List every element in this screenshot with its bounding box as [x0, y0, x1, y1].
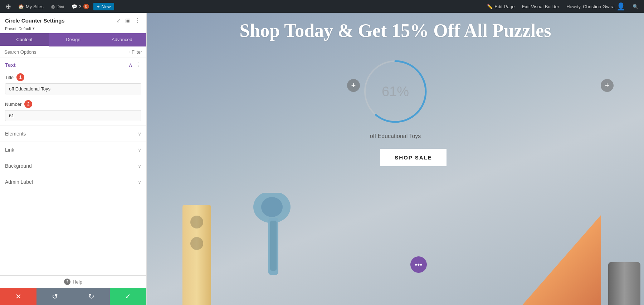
save-button[interactable]: ✓	[110, 288, 146, 305]
admin-label-section: Admin Label ∨	[0, 174, 146, 190]
tab-content[interactable]: Content	[0, 33, 49, 46]
preset-label: Preset: Default	[5, 26, 31, 31]
title-badge: 1	[16, 73, 24, 81]
admin-label-chevron-icon: ∨	[138, 179, 141, 185]
admin-bar: ⊕ 🏠 My Sites ◎ Divi 💬 3 0 + New ✏️ Edit …	[0, 0, 644, 13]
title-field-label: Title	[5, 75, 14, 80]
admin-label-section-header[interactable]: Admin Label ∨	[0, 174, 146, 190]
number-badge: 2	[24, 100, 32, 108]
undo-button[interactable]: ↺	[36, 288, 73, 305]
panel-tabs: Content Design Advanced	[0, 33, 146, 46]
toys-background	[147, 191, 644, 305]
wrench-svg	[250, 193, 322, 282]
settings-panel: Circle Counter Settings ⤢ ▣ ⋮ Preset: De…	[0, 13, 147, 305]
preset-chevron: ▾	[33, 26, 35, 31]
comments-badge: 0	[83, 4, 89, 9]
number-input[interactable]	[5, 110, 141, 121]
background-section-header[interactable]: Background ∨	[0, 158, 146, 174]
edit-page-btn[interactable]: ✏️ Edit Page	[484, 3, 517, 11]
new-content-btn[interactable]: + New	[93, 3, 114, 10]
more-options-button[interactable]: •••	[410, 256, 427, 273]
search-input[interactable]	[4, 49, 125, 55]
preview-heading: Shop Today & Get 15% Off All Puzzles	[147, 13, 644, 52]
panel-content: Text ∧ ⋮ Title 1 Number 2	[0, 58, 146, 275]
elements-section-title: Elements	[5, 131, 26, 137]
tab-advanced[interactable]: Advanced	[98, 33, 146, 46]
toy-wrench	[250, 193, 322, 284]
svg-point-3	[261, 197, 283, 217]
panel-header: Circle Counter Settings ⤢ ▣ ⋮ Preset: De…	[0, 13, 146, 33]
svg-rect-5	[270, 221, 277, 271]
link-section: Link ∨	[0, 142, 146, 158]
preview-area: Shop Today & Get 15% Off All Puzzles 61%…	[147, 13, 644, 305]
text-section-options-icon[interactable]: ⋮	[136, 62, 141, 68]
wp-icon[interactable]: ⊕	[3, 1, 14, 12]
add-section-btn-1[interactable]: +	[347, 79, 360, 92]
text-section-title: Text	[5, 62, 16, 68]
user-greeting[interactable]: Howdy, Christina Gwira 👤	[564, 1, 628, 12]
circle-counter: 61%	[360, 56, 431, 127]
link-chevron-icon: ∨	[138, 147, 141, 153]
panel-title: Circle Counter Settings	[5, 18, 65, 24]
circle-value: 61%	[382, 84, 409, 99]
toy-board	[182, 205, 211, 305]
toy-board-hole-2	[190, 237, 203, 250]
preset-selector[interactable]: Preset: Default ▾	[5, 26, 141, 31]
my-sites-menu[interactable]: 🏠 My Sites	[15, 3, 47, 11]
cancel-button[interactable]: ✕	[0, 288, 36, 305]
main-wrapper: Circle Counter Settings ⤢ ▣ ⋮ Preset: De…	[0, 13, 644, 305]
filter-btn[interactable]: + Filter	[128, 49, 142, 55]
toy-gray-cylinder	[608, 262, 640, 305]
elements-section-header[interactable]: Elements ∨	[0, 126, 146, 142]
background-section-title: Background	[5, 163, 32, 169]
action-bar: ✕ ↺ ↻ ✓	[0, 288, 146, 305]
toy-orange-wedge	[522, 205, 601, 305]
number-field-group: Number 2	[0, 99, 146, 126]
title-field-group: Title 1	[0, 72, 146, 99]
toy-board-hole-1	[190, 216, 203, 228]
search-row: + Filter	[0, 46, 146, 58]
elements-chevron-icon: ∨	[138, 131, 141, 137]
admin-label-section-title: Admin Label	[5, 179, 33, 185]
link-section-header[interactable]: Link ∨	[0, 142, 146, 158]
background-section: Background ∨	[0, 158, 146, 174]
more-options-icon[interactable]: ⋮	[134, 16, 141, 25]
exit-visual-builder-btn[interactable]: Exit Visual Builder	[519, 3, 562, 11]
expand-icon[interactable]: ⤢	[116, 16, 122, 25]
circle-label: off Educational Toys	[370, 133, 421, 139]
background-chevron-icon: ∨	[138, 163, 141, 169]
help-icon: ?	[64, 279, 70, 285]
text-section-header: Text ∧ ⋮	[0, 58, 146, 72]
title-input[interactable]	[5, 83, 141, 94]
number-field-label: Number	[5, 102, 21, 107]
comments-menu[interactable]: 💬 3 0	[69, 3, 92, 11]
tab-design[interactable]: Design	[49, 33, 97, 46]
link-section-title: Link	[5, 147, 14, 153]
redo-button[interactable]: ↻	[73, 288, 110, 305]
toggle-sidebar-icon[interactable]: ▣	[125, 16, 131, 25]
divi-menu[interactable]: ◎ Divi	[48, 3, 67, 11]
help-btn[interactable]: ? Help	[64, 279, 82, 285]
elements-section: Elements ∨	[0, 126, 146, 142]
add-section-btn-2[interactable]: +	[601, 79, 614, 92]
admin-search-icon[interactable]: 🔍	[630, 3, 641, 11]
circle-counter-wrapper: 61% off Educational Toys	[147, 56, 644, 139]
panel-footer: ? Help	[0, 275, 146, 288]
shop-sale-button[interactable]: SHOP SALE	[380, 149, 446, 166]
text-section-collapse-icon[interactable]: ∧	[128, 62, 133, 68]
